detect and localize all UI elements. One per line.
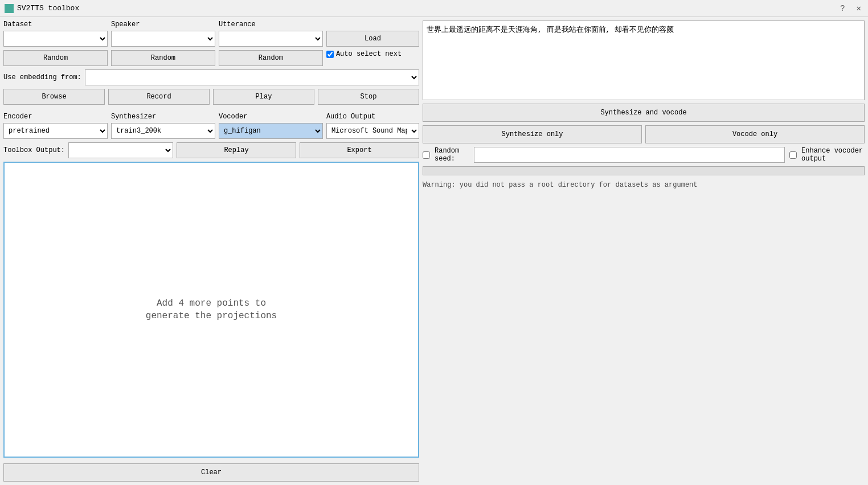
dataset-select[interactable] (3, 31, 108, 47)
random-utterance-button[interactable]: Random (219, 50, 323, 66)
vocoder-label: Vocoder (219, 113, 323, 121)
browse-button[interactable]: Browse (3, 89, 105, 105)
replay-export-row: Replay Export (177, 142, 419, 158)
encoder-col: Encoder pretrained (3, 113, 108, 139)
load-col: _ Load (326, 20, 419, 47)
dataset-col: Dataset (3, 20, 108, 47)
replay-button[interactable]: Replay (177, 142, 296, 158)
random-speaker-col: Random (111, 50, 215, 66)
titlebar-controls: ? ✕ (838, 1, 863, 17)
stop-button[interactable]: Stop (318, 89, 419, 105)
export-button[interactable]: Export (300, 142, 419, 158)
audio-output-label: Audio Output (326, 113, 419, 121)
close-button[interactable]: ✕ (854, 1, 863, 17)
enhance-checkbox[interactable] (789, 151, 797, 159)
clear-button[interactable]: Clear (3, 463, 419, 482)
speaker-col: Speaker (111, 20, 215, 47)
left-panel: Dataset Speaker Utterance _ Load Random (3, 20, 419, 482)
dataset-label: Dataset (3, 20, 108, 28)
encoder-select[interactable]: pretrained (3, 123, 108, 139)
dataset-row: Dataset Speaker Utterance _ Load (3, 20, 419, 47)
load-button[interactable]: Load (326, 31, 419, 47)
utterance-col: Utterance (219, 20, 323, 47)
speaker-label: Speaker (111, 20, 215, 28)
text-input[interactable] (423, 20, 865, 100)
titlebar-left: SV2TTS toolbox (5, 4, 79, 13)
titlebar: SV2TTS toolbox ? ✕ (0, 0, 868, 17)
vocoder-col: Vocoder g_hifigan (219, 113, 323, 139)
models-row: Encoder pretrained Synthesizer train3_20… (3, 113, 419, 139)
random-seed-checkbox[interactable] (423, 151, 430, 159)
random-row: Random Random Random Auto select next (3, 50, 419, 66)
synthesizer-select[interactable]: train3_200k (111, 123, 215, 139)
seed-row: Random seed: 0 Enhance vocoder output (423, 147, 865, 163)
random-dataset-col: Random (3, 50, 108, 66)
toolbox-row: Toolbox Output: Replay Export (3, 142, 419, 158)
encoder-label: Encoder (3, 113, 108, 121)
synthesizer-col: Synthesizer train3_200k (111, 113, 215, 139)
utterance-label: Utterance (219, 20, 323, 28)
embedding-select[interactable] (85, 69, 419, 85)
warning-text: Warning: you did not pass a root directo… (423, 181, 865, 189)
synthesize-vocode-button[interactable]: Synthesize and vocode (423, 104, 865, 122)
progress-bar (423, 166, 865, 175)
utterance-select[interactable] (219, 31, 323, 47)
toolbox-output-label: Toolbox Output: (3, 146, 65, 154)
right-panel: Synthesize and vocode Synthesize only Vo… (423, 20, 865, 482)
main-content: Dataset Speaker Utterance _ Load Random (0, 17, 868, 485)
random-seed-label: Random seed: (435, 147, 469, 163)
projection-box: Add 4 more points togenerate the project… (3, 162, 419, 458)
enhance-label: Enhance vocoder output (801, 147, 865, 163)
audio-output-col: Audio Output Microsoft Sound Mapp (326, 113, 419, 139)
random-speaker-button[interactable]: Random (111, 50, 215, 66)
projection-text: Add 4 more points togenerate the project… (146, 297, 277, 323)
seed-value-input[interactable]: 0 (474, 147, 785, 163)
toolbox-output-select[interactable] (68, 142, 173, 158)
synthesize-only-button[interactable]: Synthesize only (423, 125, 642, 143)
random-dataset-button[interactable]: Random (3, 50, 108, 66)
vocoder-select[interactable]: g_hifigan (219, 123, 323, 139)
auto-select-checkbox[interactable] (326, 51, 334, 58)
auto-select-label[interactable]: Auto select next (326, 50, 419, 58)
audio-output-select[interactable]: Microsoft Sound Mapp (326, 123, 419, 139)
auto-select-col: Auto select next (326, 50, 419, 58)
browse-row: Browse Record Play Stop (3, 89, 419, 105)
record-button[interactable]: Record (108, 89, 210, 105)
embedding-row: Use embedding from: (3, 69, 419, 85)
play-button[interactable]: Play (213, 89, 314, 105)
app-title: SV2TTS toolbox (17, 4, 79, 13)
vocode-only-button[interactable]: Vocode only (645, 125, 865, 143)
embedding-label: Use embedding from: (3, 73, 81, 81)
synth-split-row: Synthesize only Vocode only (423, 125, 865, 143)
clear-container: Clear (3, 463, 419, 482)
app-icon (5, 4, 14, 13)
speaker-select[interactable] (111, 31, 215, 47)
random-utterance-col: Random (219, 50, 323, 66)
help-button[interactable]: ? (838, 1, 847, 17)
synthesizer-label: Synthesizer (111, 113, 215, 121)
